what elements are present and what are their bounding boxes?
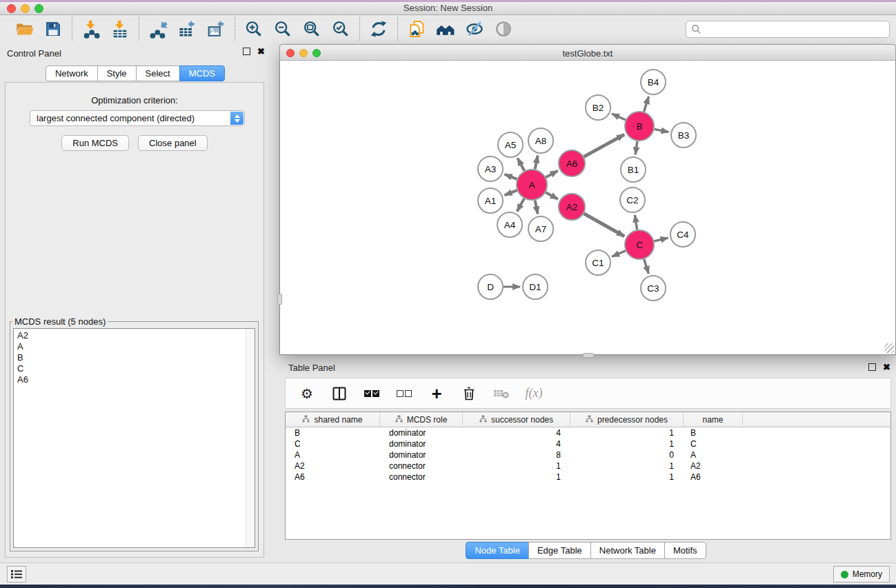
export-table-icon[interactable]: [177, 19, 197, 39]
refresh-layout-icon[interactable]: [369, 19, 388, 39]
graph-node-C1[interactable]: C1: [586, 250, 610, 275]
graph-node-A5[interactable]: A5: [498, 132, 523, 157]
select-all-rows-icon[interactable]: [364, 385, 380, 402]
table-row[interactable]: A6connector11A6: [286, 472, 890, 483]
tab-style[interactable]: Style: [97, 65, 137, 81]
network-window-titlebar[interactable]: testGlobe.txt: [279, 44, 896, 61]
network-canvas[interactable]: B4B2BB3A5A8A6A3B1AA1C2A2A4A7C4CC1C3DD1: [279, 61, 896, 355]
graph-edge-C-C4[interactable]: [654, 238, 668, 241]
scrollbar-track[interactable]: [246, 329, 255, 547]
run-mcds-button[interactable]: Run MCDS: [61, 135, 129, 151]
graph-node-A8[interactable]: A8: [528, 128, 553, 153]
graph-node-A4[interactable]: A4: [497, 212, 522, 237]
float-panel-icon[interactable]: [868, 363, 876, 371]
zoom-selected-icon[interactable]: [331, 19, 350, 39]
graph-edge-A-A6[interactable]: [546, 171, 557, 177]
graph-edge-B-B4[interactable]: [644, 97, 649, 112]
graph-node-D[interactable]: D: [478, 274, 503, 299]
tab-network-table[interactable]: Network Table: [590, 542, 665, 559]
graph-node-A1[interactable]: A1: [478, 188, 503, 213]
column-header-shared-name[interactable]: shared name: [286, 412, 380, 427]
tab-motifs[interactable]: Motifs: [664, 542, 706, 559]
criterion-select[interactable]: largest connected component (directed): [30, 110, 245, 126]
duplicate-network-icon[interactable]: [407, 19, 426, 39]
task-history-button[interactable]: [7, 566, 26, 582]
graph-node-B3[interactable]: B3: [671, 123, 696, 148]
graph-node-B2[interactable]: B2: [586, 95, 610, 120]
mcds-result-item[interactable]: C: [14, 363, 255, 374]
column-header-MCDS-role[interactable]: MCDS role: [380, 412, 463, 427]
zoom-out-icon[interactable]: [273, 19, 292, 39]
mcds-result-item[interactable]: A6: [14, 374, 255, 385]
graph-edge-A-A2[interactable]: [546, 192, 558, 199]
splitter-grip[interactable]: [583, 353, 594, 358]
deselect-all-rows-icon[interactable]: [396, 385, 412, 402]
export-image-icon[interactable]: [206, 19, 226, 39]
graph-edge-A-A5[interactable]: [517, 158, 524, 170]
column-header-successor-nodes[interactable]: successor nodes: [463, 412, 570, 427]
tab-network[interactable]: Network: [46, 65, 98, 81]
toggle-column-view-icon[interactable]: [331, 385, 348, 402]
graph-node-C4[interactable]: C4: [670, 222, 695, 247]
graph-edge-A-A1[interactable]: [505, 190, 517, 195]
float-panel-icon[interactable]: [243, 48, 250, 55]
hide-graphics-details-icon[interactable]: [465, 19, 484, 39]
close-panel-button[interactable]: Close panel: [138, 135, 208, 151]
open-session-icon[interactable]: [14, 19, 34, 39]
graph-node-C[interactable]: C: [625, 230, 654, 259]
graph-edge-A6-B[interactable]: [584, 134, 625, 156]
delete-column-icon[interactable]: [461, 385, 477, 402]
graph-node-B[interactable]: B: [625, 112, 654, 141]
graph-edge-A2-C[interactable]: [584, 214, 624, 236]
graph-edge-A-A3[interactable]: [505, 174, 517, 179]
import-table-icon[interactable]: [110, 19, 130, 39]
save-session-icon[interactable]: [43, 19, 63, 39]
import-network-icon[interactable]: [81, 19, 101, 39]
tab-edge-table[interactable]: Edge Table: [528, 542, 591, 559]
graph-node-C3[interactable]: C3: [641, 276, 666, 301]
tab-select[interactable]: Select: [136, 65, 180, 81]
graph-node-D1[interactable]: D1: [523, 274, 548, 299]
table-row[interactable]: Cdominator41C: [286, 438, 890, 449]
mcds-result-list[interactable]: A2ABCA6: [13, 328, 255, 548]
settings-gear-icon[interactable]: ⚙: [299, 385, 315, 402]
graph-node-A3[interactable]: A3: [478, 156, 503, 181]
column-header-predecessor-nodes[interactable]: predecessor nodes: [570, 412, 684, 427]
graph-node-B4[interactable]: B4: [641, 70, 666, 94]
graph-edge-B-B3[interactable]: [655, 129, 669, 132]
graph-edge-A-A8[interactable]: [535, 156, 538, 170]
add-column-icon[interactable]: +: [428, 385, 445, 402]
table-row[interactable]: Bdominator41B: [286, 427, 890, 438]
table-header-row[interactable]: shared nameMCDS rolesuccessor nodesprede…: [286, 412, 890, 427]
graph-node-C2[interactable]: C2: [620, 187, 645, 212]
graph-edge-C-C3[interactable]: [644, 259, 649, 274]
resize-grip-icon[interactable]: [884, 343, 894, 353]
graph-edge-C-C1[interactable]: [612, 251, 626, 257]
splitter-grip[interactable]: [277, 294, 282, 305]
export-network-icon[interactable]: [148, 19, 168, 39]
network-graph[interactable]: B4B2BB3A5A8A6A3B1AA1C2A2A4A7C4CC1C3DD1: [280, 61, 895, 354]
close-panel-icon[interactable]: ✖: [257, 48, 265, 55]
graph-edge-C-C2[interactable]: [635, 215, 637, 230]
tab-node-table[interactable]: Node Table: [466, 542, 529, 559]
graph-node-A[interactable]: A: [517, 170, 547, 200]
table-row[interactable]: A2connector11A2: [286, 460, 890, 472]
graph-node-A2[interactable]: A2: [559, 194, 585, 220]
zoom-fit-icon[interactable]: [302, 19, 321, 39]
close-panel-icon[interactable]: ✖: [883, 363, 890, 371]
column-header-name[interactable]: name: [684, 412, 743, 427]
session-home-icon[interactable]: [436, 19, 455, 39]
tab-mcds[interactable]: MCDS: [179, 65, 225, 81]
mcds-result-item[interactable]: A2: [14, 330, 255, 341]
show-graphics-details-icon[interactable]: [494, 19, 513, 39]
graph-node-B1[interactable]: B1: [621, 157, 646, 182]
graph-edge-A-A4[interactable]: [517, 199, 524, 212]
mcds-result-item[interactable]: A: [14, 341, 255, 352]
graph-node-A7[interactable]: A7: [528, 216, 553, 241]
zoom-in-icon[interactable]: [244, 19, 263, 39]
table-row[interactable]: Adominator80A: [286, 449, 890, 460]
graph-edge-A-A7[interactable]: [535, 201, 538, 214]
search-input[interactable]: [686, 21, 890, 38]
memory-button[interactable]: Memory: [833, 566, 890, 582]
graph-edge-B-B1[interactable]: [635, 141, 637, 154]
